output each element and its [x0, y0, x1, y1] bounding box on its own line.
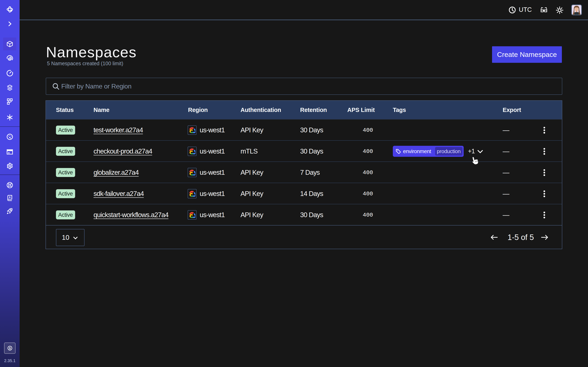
svg-text:$: $	[9, 346, 11, 350]
